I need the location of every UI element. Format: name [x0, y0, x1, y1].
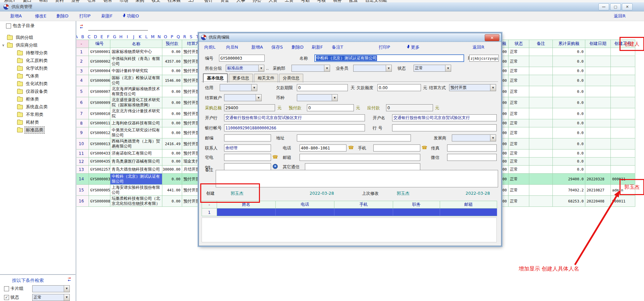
filter-dropdown[interactable]: 正常 ▼	[32, 294, 70, 301]
dialog-add-button[interactable]: 新增A	[251, 44, 263, 50]
supplier-code-cell[interactable]: GYS000011	[89, 119, 110, 127]
tree-item[interactable]: ∨ 系统盘点类	[1, 103, 74, 111]
status-cell[interactable]: 正常	[508, 86, 529, 97]
tree-item[interactable]: ∨ 化学试剂类	[1, 64, 74, 72]
create-date-cell[interactable]	[585, 67, 611, 75]
supplier-name-cell[interactable]: 国标（北京）检验认证有限公司	[110, 75, 162, 86]
bank-code-field[interactable]	[392, 124, 497, 131]
supplier-code-cell[interactable]: GYS000435	[89, 158, 110, 166]
supplier-name-cell[interactable]: 上海利垒仪器科技有限公司	[110, 119, 162, 127]
status-cell[interactable]: 正常	[508, 185, 529, 196]
developer-dropdown[interactable]: ▼	[452, 134, 496, 141]
supplier-code-cell[interactable]: GYS000012	[89, 127, 110, 138]
note-cell[interactable]	[529, 108, 553, 119]
note-cell[interactable]	[529, 127, 553, 138]
total-purchase-cell[interactable]: 0.0	[553, 75, 585, 86]
supplier-name-cell[interactable]: 青岛大德生物科技有限公司	[110, 166, 162, 174]
create-job-cell[interactable]	[611, 86, 635, 97]
supplier-name-cell[interactable]: 济南诺创化工有限公司	[110, 149, 162, 158]
prepay-cell[interactable]: 0.00	[162, 48, 182, 56]
mnemonic-field[interactable]: zjkbjcsrzyxgs	[469, 55, 499, 62]
total-purchase-cell[interactable]: 0.0	[553, 67, 585, 75]
settle-account-dropdown[interactable]: ▼	[224, 94, 262, 101]
letter-link[interactable]: I	[125, 34, 129, 39]
filter-dropdown[interactable]: ▼	[32, 285, 70, 292]
prepay-cell[interactable]: 0.00	[162, 127, 182, 138]
note-cell[interactable]	[529, 119, 553, 127]
swap-columns-icon[interactable]: →←	[80, 24, 83, 29]
close-button[interactable]: ✕	[622, 3, 633, 10]
supplier-code-cell[interactable]: GYS002257	[89, 166, 110, 174]
supplier-code-cell[interactable]: GYS000008	[89, 196, 110, 207]
letter-link[interactable]: E	[100, 34, 104, 39]
status-cell[interactable]: 正常	[508, 97, 529, 108]
dialog-tab[interactable]: 基本信息	[203, 73, 228, 82]
credit-dropdown[interactable]: ▼	[220, 84, 257, 91]
prepay-cell[interactable]: 0.00	[162, 158, 182, 166]
name-field[interactable]: 中检科（北京）测试认证有限公司	[315, 55, 464, 62]
total-purchase-cell[interactable]: 0.0	[553, 149, 585, 158]
prepay-cell[interactable]: 0.00	[162, 196, 182, 207]
create-job-cell[interactable]	[611, 67, 635, 75]
chevron-down-icon[interactable]: ∨	[2, 43, 5, 47]
letter-link[interactable]: Q	[176, 34, 180, 39]
total-purchase-cell[interactable]: 0.0	[553, 138, 585, 149]
address-field[interactable]	[297, 134, 411, 141]
supplier-code-cell[interactable]: GYS000003	[89, 174, 110, 185]
home-phone-field[interactable]	[224, 154, 271, 161]
total-purchase-cell[interactable]: 0.0	[553, 166, 585, 174]
back-button[interactable]: 返回R	[614, 13, 626, 19]
letter-link[interactable]: S	[189, 34, 193, 39]
note-cell[interactable]	[529, 185, 553, 196]
edit-button[interactable]: 修改E	[35, 13, 46, 19]
create-date-cell[interactable]	[585, 158, 611, 166]
total-purchase-cell[interactable]: 0.0	[553, 119, 585, 127]
create-job-cell[interactable]	[611, 119, 635, 127]
group-dots[interactable]: ..	[266, 66, 269, 71]
restore-button[interactable]: ▢	[610, 3, 621, 10]
create-job-cell[interactable]: 000011	[611, 196, 635, 207]
supplier-name-cell[interactable]: 国家标准物质研究中心	[110, 48, 162, 56]
tree-item[interactable]: ∨ 气体类	[1, 72, 74, 80]
tree-item[interactable]: ∨ 标准品类	[1, 126, 74, 134]
tree-item[interactable]: ∨ 耗材类	[1, 118, 74, 126]
swap-columns-icon[interactable]: →←	[68, 277, 71, 282]
column-header-total[interactable]: 累计采购额	[553, 40, 585, 48]
bank-name-field[interactable]: 交通银行股份有限公司北京自贸试验区支行	[392, 114, 497, 121]
status-cell[interactable]: 正常	[508, 75, 529, 86]
tree-item[interactable]: ∨ 化工原料类	[1, 57, 74, 64]
create-date-cell[interactable]	[585, 166, 611, 174]
letter-link[interactable]: J	[132, 34, 136, 39]
create-date-cell[interactable]	[585, 97, 611, 108]
create-date-cell[interactable]: 20220408	[585, 196, 611, 207]
purchase-total-field[interactable]: 29400	[224, 104, 275, 111]
total-purchase-cell[interactable]: 0.0	[553, 86, 585, 97]
supplier-code-cell[interactable]: GYS000009	[89, 97, 110, 108]
currency-dropdown[interactable]: ▼	[297, 94, 338, 101]
total-purchase-cell[interactable]: 0.0	[553, 48, 585, 56]
prepay-cell[interactable]: 0.00	[162, 119, 182, 127]
supplier-code-cell[interactable]: GYS000006	[89, 75, 110, 86]
status-cell[interactable]: 正常	[508, 174, 529, 185]
note-cell[interactable]	[529, 48, 553, 56]
payable-field[interactable]: 0	[386, 104, 433, 111]
prepay-cell[interactable]: 30000.00	[162, 166, 182, 174]
create-job-cell[interactable]	[611, 108, 635, 119]
contact-email-cell[interactable]	[440, 208, 497, 216]
create-job-cell[interactable]	[611, 138, 635, 149]
mobile-field[interactable]	[373, 144, 420, 152]
contact-row-number[interactable]: 1	[202, 208, 217, 216]
status-cell[interactable]: 正常	[508, 149, 529, 158]
prepay-cell[interactable]: 0.00	[162, 67, 182, 75]
status-cell[interactable]: 正常	[508, 196, 529, 207]
filter-checkbox[interactable]	[4, 286, 9, 291]
letter-link[interactable]: F	[106, 34, 110, 39]
letter-link[interactable]: D	[94, 34, 97, 39]
prepay-cell[interactable]: 0.00	[162, 149, 182, 158]
contact-field[interactable]: 余经理	[224, 144, 271, 152]
letter-link[interactable]: N	[157, 34, 161, 39]
letter-link[interactable]: H	[119, 34, 123, 39]
minimize-button[interactable]: —	[598, 3, 609, 10]
column-header-create-date[interactable]: 创建日期	[585, 40, 611, 48]
total-purchase-cell[interactable]: 0.0	[553, 127, 585, 138]
